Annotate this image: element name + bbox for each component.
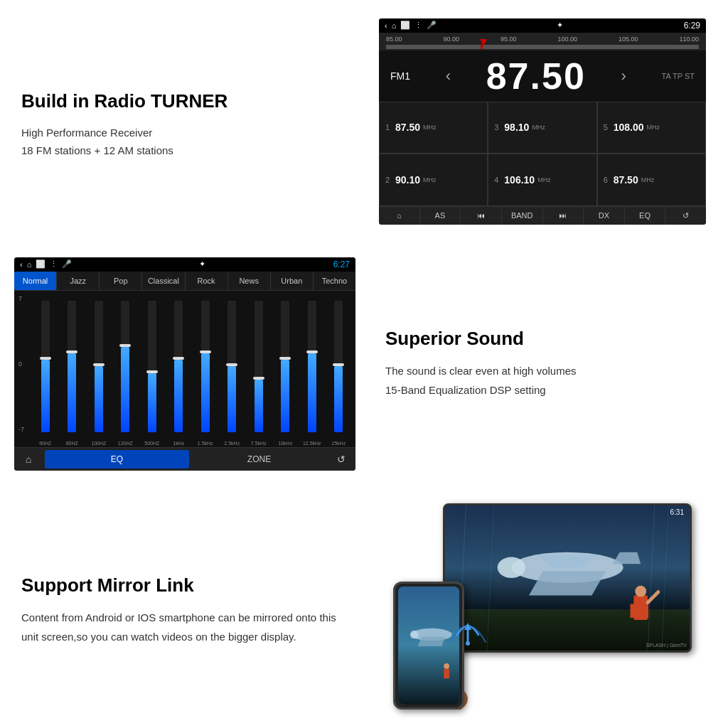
eq-band-col-10: 12.5kHz	[299, 294, 325, 446]
eq-band-bg-2	[95, 301, 103, 432]
eq-preset-rock[interactable]: Rock	[186, 272, 228, 290]
eq-band-handle-6[interactable]	[200, 350, 211, 353]
eq-preset-urban[interactable]: Urban	[271, 272, 314, 290]
eq-zone-btn[interactable]: ZONE	[191, 454, 327, 464]
eq-band-handle-8[interactable]	[253, 377, 264, 380]
eq-preset-jazz[interactable]: Jazz	[57, 272, 100, 290]
eq-band-fill-6	[201, 353, 210, 432]
eq-menu-icon: ⋮	[50, 259, 58, 269]
eq-band-col-0: 60HZ	[33, 294, 58, 446]
radio-desc2: 18 FM stations + 12 AM stations	[21, 141, 350, 160]
eq-band-fill-9	[281, 360, 289, 432]
ctrl-back[interactable]: ↺	[665, 207, 706, 225]
sound-title: Superior Sound	[385, 328, 714, 350]
eq-band-bg-0	[41, 301, 50, 432]
eq-band-track-8[interactable]	[246, 294, 272, 439]
ctrl-dx[interactable]: DX	[584, 207, 625, 225]
ctrl-prev[interactable]: ⏮	[461, 207, 502, 225]
eq-presets: Normal Jazz Pop Classical Rock News Urba…	[14, 272, 355, 291]
eq-band-handle-5[interactable]	[173, 357, 184, 360]
eq-bands: 60HZ80HZ100HZ120HZ500HZ1kHz1.5kHz2.5kHz7…	[33, 294, 351, 446]
eq-preset-classical[interactable]: Classical	[142, 272, 185, 290]
eq-bands-area: 7 0 -7 60HZ80HZ100HZ120HZ500HZ1kHz1.5kHz…	[14, 291, 355, 447]
ctrl-band[interactable]: BAND	[502, 207, 543, 225]
eq-screen-container: ‹ ⌂ ⬜ ⋮ 🎤 ✦ 6:27 Normal Jazz Pop Classic…	[0, 242, 364, 485]
home-icon: ⌂	[392, 21, 397, 30]
eq-band-track-0[interactable]	[33, 294, 58, 439]
sound-desc1: The sound is clear even at high volumes	[385, 361, 714, 380]
radio-prev-icon[interactable]: ‹	[446, 67, 451, 85]
svg-rect-20	[444, 669, 449, 679]
eq-band-label-8: 7.5kHz	[251, 441, 267, 446]
svg-rect-13	[630, 604, 636, 619]
eq-preset-pop[interactable]: Pop	[100, 272, 142, 290]
eq-band-track-6[interactable]	[193, 294, 218, 439]
eq-band-handle-7[interactable]	[226, 363, 237, 366]
eq-band-track-11[interactable]	[326, 294, 352, 439]
eq-time: 6:27	[333, 259, 350, 269]
eq-band-handle-2[interactable]	[93, 363, 105, 366]
eq-band-handle-9[interactable]	[279, 357, 291, 360]
preset-6[interactable]: 6 87.50 MHz	[597, 154, 706, 206]
preset-4[interactable]: 4 106.10 MHz	[488, 154, 596, 206]
preset-5[interactable]: 5 108.00 MHz	[597, 102, 706, 154]
preset-1[interactable]: 1 87.50 MHz	[379, 102, 488, 154]
eq-band-track-9[interactable]	[273, 294, 299, 439]
eq-band-label-1: 80HZ	[66, 441, 78, 446]
eq-band-track-10[interactable]	[299, 294, 325, 439]
eq-band-handle-3[interactable]	[119, 344, 131, 347]
mirror-desc: Content from Android or IOS smartphone c…	[21, 608, 350, 646]
eq-band-col-1: 80HZ	[60, 294, 85, 446]
eq-preset-news[interactable]: News	[228, 272, 271, 290]
eq-band-label-0: 60HZ	[39, 441, 51, 446]
ctrl-as[interactable]: AS	[420, 207, 461, 225]
radio-band: FM1	[390, 70, 410, 82]
eq-band-track-1[interactable]	[60, 294, 85, 439]
radio-next-icon[interactable]: ›	[621, 67, 626, 85]
ctrl-eq[interactable]: EQ	[625, 207, 666, 225]
eq-eq-btn[interactable]: EQ	[45, 450, 189, 469]
eq-band-fill-1	[68, 353, 76, 432]
radio-frequency: 87.50	[486, 55, 586, 97]
eq-band-handle-10[interactable]	[306, 350, 318, 353]
eq-preset-techno[interactable]: Techno	[314, 272, 355, 290]
radio-desc1: High Performance Receiver	[21, 124, 350, 142]
sound-section-text: Superior Sound The sound is clear even a…	[364, 242, 728, 485]
radio-time: 6:29	[684, 21, 700, 31]
eq-band-fill-5	[174, 360, 183, 432]
eq-band-track-4[interactable]	[139, 294, 165, 439]
eq-band-track-5[interactable]	[166, 294, 192, 439]
ctrl-home[interactable]: ⌂	[379, 207, 420, 225]
eq-band-bg-10	[308, 301, 316, 432]
eq-bluetooth-icon: ✦	[199, 259, 205, 269]
eq-mic-icon: 🎤	[62, 259, 72, 269]
eq-band-handle-1[interactable]	[66, 350, 77, 353]
radio-freq-slider[interactable]	[386, 45, 699, 49]
eq-band-col-8: 7.5kHz	[246, 294, 272, 446]
eq-band-bg-3	[121, 301, 129, 432]
radio-section-text: Build in Radio TURNER High Performance R…	[0, 0, 364, 242]
eq-band-label-7: 2.5kHz	[224, 441, 240, 446]
back-icon: ‹	[385, 21, 387, 30]
svg-point-23	[466, 641, 470, 646]
eq-band-label-3: 120HZ	[118, 441, 133, 446]
eq-band-track-2[interactable]	[86, 294, 112, 439]
radio-status-bar: ‹ ⌂ ⬜ ⋮ 🎤 ✦ 6:29	[379, 18, 706, 33]
eq-band-col-11: 15kHz	[326, 294, 352, 446]
eq-home-btn[interactable]: ⌂	[14, 449, 43, 469]
svg-point-21	[444, 663, 449, 669]
eq-band-track-3[interactable]	[113, 294, 139, 439]
preset-3[interactable]: 3 98.10 MHz	[488, 102, 596, 154]
eq-band-label-5: 1kHz	[173, 441, 184, 446]
eq-band-handle-11[interactable]	[333, 363, 344, 366]
mirror-container: 6:31 SPLASH | GemTV	[393, 503, 692, 710]
car-unit-time: 6:31	[670, 508, 684, 516]
ctrl-next[interactable]: ⏭	[543, 207, 584, 225]
eq-band-handle-4[interactable]	[146, 370, 158, 373]
eq-back-btn[interactable]: ↺	[327, 449, 355, 469]
eq-band-col-5: 1kHz	[166, 294, 192, 446]
eq-band-handle-0[interactable]	[40, 357, 51, 360]
eq-band-track-7[interactable]	[220, 294, 245, 439]
eq-preset-normal[interactable]: Normal	[14, 272, 57, 290]
preset-2[interactable]: 2 90.10 MHz	[379, 154, 488, 206]
